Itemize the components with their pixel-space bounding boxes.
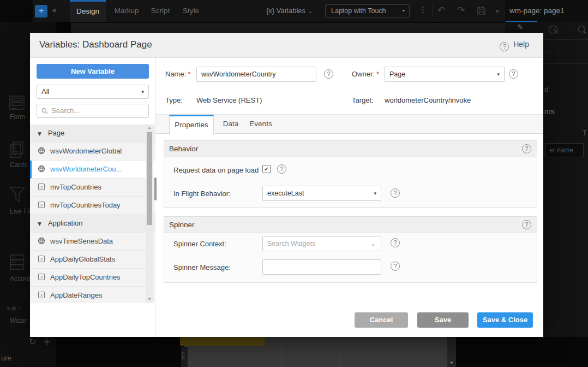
name-input[interactable] (196, 67, 316, 82)
spinner-section-body: Spinner Context: Search Widgets ⌄ ? Spin… (164, 233, 537, 283)
inflight-help-icon[interactable]: ? (391, 188, 400, 198)
request-data-help-icon[interactable]: ? (277, 164, 286, 174)
tree-group-page[interactable]: ▼Page (30, 125, 155, 143)
variable-search-input[interactable]: Search... (37, 104, 149, 118)
spinner-message-help-icon[interactable]: ? (391, 262, 400, 271)
dialog-header: Variables: Dashboard Page ?Help (30, 33, 543, 58)
type-label: Type: (165, 96, 183, 104)
tab-design[interactable]: Design (70, 0, 106, 22)
tree-item[interactable]: xAppDailyTopCountries (30, 269, 155, 287)
content-scrollbar-thumb[interactable] (154, 177, 157, 200)
question-icon: ? (500, 42, 509, 51)
kebab-menu-icon[interactable]: ⋮ (419, 5, 427, 15)
wizard-icon: ●◉○ (7, 305, 22, 312)
filter-value: All (41, 87, 49, 96)
tree-group-application[interactable]: ▼Application (30, 215, 155, 233)
new-variable-button[interactable]: New Variable (37, 64, 149, 79)
inflight-value: executeLast (267, 190, 304, 197)
tree-item[interactable]: xmvTopCountries (30, 179, 155, 197)
scroll-down-icon[interactable]: ▼ (146, 296, 153, 303)
help-link[interactable]: ?Help (500, 40, 529, 51)
tree-group-label: Page (48, 129, 64, 137)
tree-item-label: AppDailyTopCountries (50, 273, 121, 281)
inspect-zoom-icon[interactable] (577, 25, 587, 37)
tab-style[interactable]: Style (177, 0, 205, 22)
behavior-help-icon[interactable]: ? (522, 144, 531, 153)
text-fragment: ... (545, 46, 551, 54)
variables-menu[interactable]: {x} Variables⌄ (266, 0, 313, 22)
spinner-message-input[interactable] (262, 259, 381, 275)
canvas-top-strip (71, 23, 507, 33)
tab-markup[interactable]: Markup (110, 0, 143, 22)
chevron-right-double-icon[interactable]: » (495, 7, 499, 15)
owner-help-icon[interactable]: ? (509, 69, 518, 79)
tree-item[interactable]: wsvWordometerGlobal (30, 143, 155, 161)
tree-item[interactable]: xmvTopCountriesToday (30, 197, 155, 215)
tab-properties[interactable]: Properties (169, 115, 214, 134)
tree-item-label: AppDateRanges (50, 291, 102, 299)
name-label: Name:* (165, 70, 190, 78)
tree-item-label: mvTopCountries (50, 183, 101, 191)
refresh-icon[interactable]: ↻ (29, 336, 36, 347)
tree-item[interactable]: xAppDailyGlobalStats (30, 251, 155, 269)
plus-icon[interactable]: + (43, 335, 51, 347)
request-data-label: Request data on page load (173, 166, 259, 174)
chevron-down-icon: ⌄ (308, 9, 313, 14)
tree-item[interactable]: xAppDateRanges (30, 287, 155, 303)
active-tab-underline (506, 21, 537, 22)
tab-events[interactable]: Events (247, 115, 274, 134)
palette-item-label: Live Filt (10, 208, 32, 215)
save-button[interactable]: Save (417, 312, 469, 328)
name-input-remnant[interactable]: er name (545, 143, 584, 157)
name-help-icon[interactable]: ? (324, 69, 333, 79)
canvas-guide-line (340, 346, 340, 367)
model-variable-icon: x (38, 288, 46, 303)
spinner-context-help-icon[interactable]: ? (391, 238, 400, 247)
page-breadcrumb[interactable]: wm-page: page1 (509, 0, 565, 22)
add-button[interactable]: + (35, 5, 47, 17)
save-file-icon[interactable] (477, 6, 486, 17)
tree-item[interactable]: wsvTimeSeriesData (30, 233, 155, 251)
variable-filter-select[interactable]: All ▾ (37, 85, 149, 99)
inflight-select[interactable]: executeLast ▾ (262, 186, 381, 201)
scroll-down-icon[interactable]: ▼ (449, 360, 454, 365)
undo-icon[interactable]: ↶ (437, 4, 445, 15)
owner-label: Owner:* (352, 70, 379, 78)
required-marker: * (376, 70, 379, 78)
collapse-left-icon[interactable]: « (52, 6, 56, 14)
redo-icon[interactable]: ↷ (457, 4, 465, 15)
request-data-checkbox[interactable]: ✔ (262, 165, 271, 173)
cancel-button[interactable]: Cancel (355, 312, 408, 328)
pencil-icon[interactable]: ✎ (517, 23, 523, 31)
topbar-divider (433, 5, 433, 17)
label-text: Owner: (352, 70, 375, 78)
owner-select[interactable]: Page ▾ (385, 67, 505, 82)
palette-icon[interactable] (548, 25, 559, 37)
spinner-help-icon[interactable]: ? (522, 220, 531, 229)
palette-item-label: Cards (10, 161, 27, 169)
tree-group-label: Application (48, 219, 83, 227)
tab-script[interactable]: Script (145, 0, 176, 22)
spinner-context-select[interactable]: Search Widgets ⌄ (262, 236, 381, 251)
caret-down-icon: ▾ (403, 5, 405, 17)
variables-sidebar: New Variable All ▾ Search... ▼Page wsvWo… (30, 58, 155, 337)
required-marker: * (188, 70, 190, 78)
section-title: Behavior (169, 145, 198, 153)
tree-item-selected[interactable]: wsvWorldometerCou... (30, 161, 155, 179)
model-variable-icon: x (38, 180, 46, 197)
svg-text:x: x (40, 185, 43, 189)
device-select[interactable]: Laptop with Touch ▾ (325, 4, 410, 17)
scrollbar-thumb[interactable] (147, 132, 152, 225)
save-and-close-button[interactable]: Save & Close (477, 312, 533, 328)
canvas-scrollbar[interactable]: ▼ (447, 337, 456, 367)
tab-data[interactable]: Data (220, 115, 242, 134)
divider (543, 39, 588, 40)
variables-tree: ▼Page wsvWordometerGlobal wsvWorldometer… (30, 125, 155, 303)
sidebar-scrollbar[interactable]: ▲ ▼ (146, 125, 153, 303)
web-service-icon (38, 144, 46, 161)
search-placeholder: Search... (51, 106, 80, 115)
device-select-value: Laptop with Touch (331, 7, 386, 15)
tree-item-label: mvTopCountriesToday (50, 201, 121, 209)
scroll-up-icon[interactable]: ▲ (146, 125, 153, 131)
canvas-highlighted-widget[interactable] (180, 337, 265, 346)
